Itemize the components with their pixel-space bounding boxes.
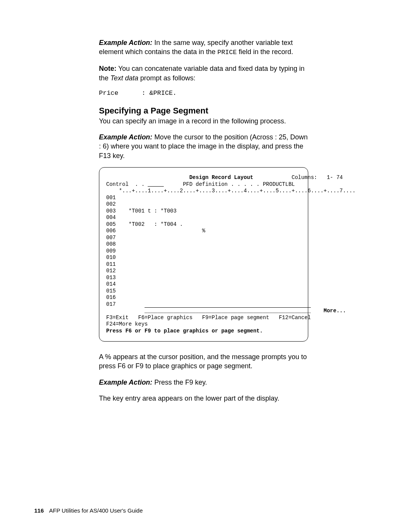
panel-message: Press F6 or F9 to place graphics or page… [106, 328, 263, 334]
paragraph-example-action-3: Example Action: Press the F9 key. [99, 378, 308, 387]
page-footer: 116AFP Utilities for AS/400 User's Guide [34, 507, 143, 514]
paragraph-key-entry: The key entry area appears on the lower … [99, 394, 308, 403]
line: 006 % [106, 228, 205, 234]
panel-control-line: Control . . _____ PFD definition . . . .… [106, 181, 295, 187]
more-indicator: More... [323, 308, 346, 314]
paragraph-note: Note: You can concatenate variable data … [99, 64, 308, 83]
line: 014 [106, 281, 116, 287]
line: 008 [106, 241, 116, 247]
line: 005 *T002 : *T004 . [106, 221, 183, 227]
label-example-action: Example Action: [99, 379, 152, 386]
paragraph-intro: You can specify an image in a record in … [99, 117, 308, 126]
paragraph-percent: A % appears at the cursor position, and … [99, 352, 308, 371]
footer-title: AFP Utilities for AS/400 User's Guide [49, 507, 143, 514]
divider: ________________________________________… [145, 308, 311, 314]
control-input[interactable]: _____ [148, 181, 164, 187]
text: Press the F9 key. [152, 379, 207, 386]
line: 002 [106, 201, 116, 207]
line: 001 [106, 195, 116, 201]
line: 007 [106, 235, 116, 241]
label-example-action: Example Action: [99, 133, 152, 141]
line: 010 [106, 254, 116, 260]
page: Example Action: In the same way, specify… [0, 0, 411, 532]
line: 011 [106, 261, 116, 267]
panel-columns: Columns: 1- 74 [292, 174, 342, 181]
ruler: *...+....1....+....2....+....3....+....4… [106, 188, 355, 194]
line: 003 *T001 t : *T003 [106, 208, 177, 214]
panel-header-line: Design Record Layout Columns: 1- 74 [106, 174, 343, 181]
panel-title: Design Record Layout [189, 174, 253, 181]
label-note: Note: [99, 65, 116, 72]
line: 009 [106, 248, 116, 254]
page-number: 116 [34, 507, 44, 514]
function-keys-2: F24=More keys [106, 321, 148, 327]
terminal-panel: Design Record Layout Columns: 1- 74 Cont… [99, 167, 308, 342]
text: prompt as follows: [138, 74, 195, 82]
paragraph-example-action-1: Example Action: In the same way, specify… [99, 38, 308, 57]
line: 013 [106, 275, 116, 281]
function-keys-1: F3=Exit F6=Place graphics F9=Place page … [106, 315, 311, 321]
line: 015 [106, 288, 116, 294]
more-line: ________________________________________… [106, 308, 346, 314]
line: 016 [106, 294, 116, 300]
paragraph-example-action-2: Example Action: Move the cursor to the p… [99, 133, 308, 160]
code-block-price: Price : &PRICE. [99, 89, 308, 97]
line: 004 [106, 214, 116, 220]
label-example-action: Example Action: [99, 39, 152, 46]
italic-text-data: Text data [110, 74, 138, 82]
text: field in the record. [237, 48, 293, 56]
line: 012 [106, 268, 116, 274]
line: 017 [106, 301, 116, 307]
section-heading: Specifying a Page Segment [99, 106, 308, 116]
inline-code-price: PRICE [217, 49, 237, 56]
